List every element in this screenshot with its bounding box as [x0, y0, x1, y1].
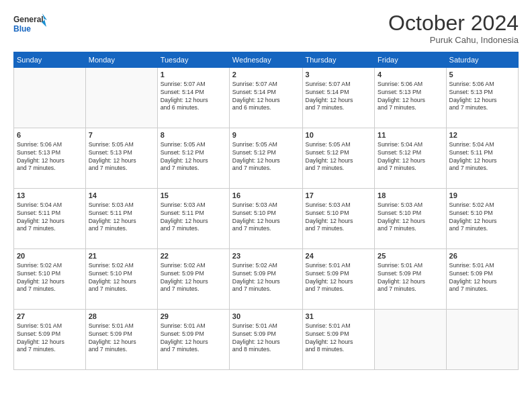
calendar-table: Sunday Monday Tuesday Wednesday Thursday… — [13, 52, 519, 370]
day-info: Sunrise: 5:01 AMSunset: 5:09 PMDaylight:… — [306, 322, 372, 355]
day-cell: 8Sunrise: 5:05 AMSunset: 5:12 PMDaylight… — [157, 128, 229, 189]
day-number: 17 — [306, 191, 372, 201]
day-number: 22 — [161, 251, 226, 261]
day-number: 14 — [89, 191, 154, 201]
day-number: 2 — [232, 70, 300, 80]
day-cell: 14Sunrise: 5:03 AMSunset: 5:11 PMDayligh… — [85, 189, 157, 249]
weekday-header-row: Sunday Monday Tuesday Wednesday Thursday… — [14, 52, 519, 68]
day-number: 18 — [378, 191, 443, 201]
header-wednesday: Wednesday — [229, 52, 302, 68]
day-info: Sunrise: 5:03 AMSunset: 5:10 PMDaylight:… — [232, 201, 300, 234]
day-info: Sunrise: 5:01 AMSunset: 5:09 PMDaylight:… — [232, 322, 300, 355]
day-cell: 30Sunrise: 5:01 AMSunset: 5:09 PMDayligh… — [229, 310, 302, 370]
day-cell: 31Sunrise: 5:01 AMSunset: 5:09 PMDayligh… — [302, 310, 375, 370]
day-cell: 2Sunrise: 5:07 AMSunset: 5:14 PMDaylight… — [229, 68, 302, 128]
day-cell — [446, 310, 518, 370]
day-cell: 3Sunrise: 5:07 AMSunset: 5:14 PMDaylight… — [302, 68, 375, 128]
day-info: Sunrise: 5:02 AMSunset: 5:09 PMDaylight:… — [161, 262, 226, 294]
day-number: 3 — [306, 70, 372, 80]
day-number: 11 — [378, 130, 443, 140]
day-cell — [85, 68, 157, 128]
day-cell: 21Sunrise: 5:02 AMSunset: 5:10 PMDayligh… — [85, 249, 157, 310]
logo: General Blue — [13, 12, 47, 36]
day-info: Sunrise: 5:02 AMSunset: 5:10 PMDaylight:… — [89, 262, 154, 294]
day-number: 23 — [232, 251, 300, 261]
day-number: 8 — [161, 130, 226, 140]
day-cell: 4Sunrise: 5:06 AMSunset: 5:13 PMDaylight… — [375, 68, 446, 128]
day-info: Sunrise: 5:04 AMSunset: 5:11 PMDaylight:… — [17, 201, 83, 234]
day-cell: 29Sunrise: 5:01 AMSunset: 5:09 PMDayligh… — [157, 310, 229, 370]
day-cell — [375, 310, 446, 370]
day-info: Sunrise: 5:03 AMSunset: 5:10 PMDaylight:… — [306, 201, 372, 234]
day-info: Sunrise: 5:03 AMSunset: 5:11 PMDaylight:… — [89, 201, 154, 234]
day-cell: 10Sunrise: 5:05 AMSunset: 5:12 PMDayligh… — [302, 128, 375, 189]
title-block: October 2024 Puruk Cahu, Indonesia — [388, 12, 519, 45]
page: General Blue October 2024 Puruk Cahu, In… — [0, 0, 532, 411]
day-number: 7 — [89, 130, 154, 140]
day-cell: 24Sunrise: 5:01 AMSunset: 5:09 PMDayligh… — [302, 249, 375, 310]
day-number: 20 — [17, 251, 83, 261]
day-info: Sunrise: 5:07 AMSunset: 5:14 PMDaylight:… — [232, 81, 300, 113]
logo-svg: General Blue — [13, 12, 47, 36]
day-info: Sunrise: 5:03 AMSunset: 5:11 PMDaylight:… — [161, 201, 226, 234]
day-cell: 18Sunrise: 5:03 AMSunset: 5:10 PMDayligh… — [375, 189, 446, 249]
week-row-4: 20Sunrise: 5:02 AMSunset: 5:10 PMDayligh… — [14, 249, 519, 310]
day-info: Sunrise: 5:06 AMSunset: 5:13 PMDaylight:… — [449, 81, 515, 113]
day-info: Sunrise: 5:06 AMSunset: 5:13 PMDaylight:… — [17, 141, 83, 173]
header-thursday: Thursday — [302, 52, 375, 68]
day-cell: 28Sunrise: 5:01 AMSunset: 5:09 PMDayligh… — [85, 310, 157, 370]
day-info: Sunrise: 5:02 AMSunset: 5:09 PMDaylight:… — [232, 262, 300, 294]
day-info: Sunrise: 5:02 AMSunset: 5:10 PMDaylight:… — [17, 262, 83, 294]
day-number: 28 — [89, 312, 154, 322]
day-number: 13 — [17, 191, 83, 201]
day-info: Sunrise: 5:07 AMSunset: 5:14 PMDaylight:… — [306, 81, 372, 113]
day-number: 24 — [306, 251, 372, 261]
week-row-5: 27Sunrise: 5:01 AMSunset: 5:09 PMDayligh… — [14, 310, 519, 370]
day-cell: 20Sunrise: 5:02 AMSunset: 5:10 PMDayligh… — [14, 249, 86, 310]
day-number: 29 — [161, 312, 226, 322]
day-number: 15 — [161, 191, 226, 201]
day-cell: 6Sunrise: 5:06 AMSunset: 5:13 PMDaylight… — [14, 128, 86, 189]
day-cell: 27Sunrise: 5:01 AMSunset: 5:09 PMDayligh… — [14, 310, 86, 370]
day-info: Sunrise: 5:01 AMSunset: 5:09 PMDaylight:… — [17, 322, 83, 355]
day-info: Sunrise: 5:04 AMSunset: 5:11 PMDaylight:… — [449, 141, 515, 173]
day-cell: 7Sunrise: 5:05 AMSunset: 5:13 PMDaylight… — [85, 128, 157, 189]
svg-text:General: General — [13, 15, 44, 24]
month-title: October 2024 — [388, 12, 519, 34]
day-cell: 17Sunrise: 5:03 AMSunset: 5:10 PMDayligh… — [302, 189, 375, 249]
day-number: 16 — [232, 191, 300, 201]
day-number: 26 — [449, 251, 515, 261]
header-monday: Monday — [85, 52, 157, 68]
day-cell: 12Sunrise: 5:04 AMSunset: 5:11 PMDayligh… — [446, 128, 518, 189]
header-tuesday: Tuesday — [157, 52, 229, 68]
header: General Blue October 2024 Puruk Cahu, In… — [13, 12, 519, 45]
day-number: 27 — [17, 312, 83, 322]
day-info: Sunrise: 5:05 AMSunset: 5:12 PMDaylight:… — [161, 141, 226, 173]
day-cell: 23Sunrise: 5:02 AMSunset: 5:09 PMDayligh… — [229, 249, 302, 310]
week-row-2: 6Sunrise: 5:06 AMSunset: 5:13 PMDaylight… — [14, 128, 519, 189]
day-number: 21 — [89, 251, 154, 261]
day-cell: 11Sunrise: 5:04 AMSunset: 5:12 PMDayligh… — [375, 128, 446, 189]
day-info: Sunrise: 5:06 AMSunset: 5:13 PMDaylight:… — [378, 81, 443, 113]
day-info: Sunrise: 5:05 AMSunset: 5:12 PMDaylight:… — [306, 141, 372, 173]
day-cell: 22Sunrise: 5:02 AMSunset: 5:09 PMDayligh… — [157, 249, 229, 310]
day-number: 10 — [306, 130, 372, 140]
day-cell — [14, 68, 86, 128]
day-number: 6 — [17, 130, 83, 140]
week-row-1: 1Sunrise: 5:07 AMSunset: 5:14 PMDaylight… — [14, 68, 519, 128]
day-number: 25 — [378, 251, 443, 261]
day-info: Sunrise: 5:07 AMSunset: 5:14 PMDaylight:… — [161, 81, 226, 113]
day-number: 31 — [306, 312, 372, 322]
day-info: Sunrise: 5:01 AMSunset: 5:09 PMDaylight:… — [89, 322, 154, 355]
day-cell: 1Sunrise: 5:07 AMSunset: 5:14 PMDaylight… — [157, 68, 229, 128]
day-info: Sunrise: 5:01 AMSunset: 5:09 PMDaylight:… — [306, 262, 372, 294]
day-number: 9 — [232, 130, 300, 140]
day-number: 12 — [449, 130, 515, 140]
day-info: Sunrise: 5:04 AMSunset: 5:12 PMDaylight:… — [378, 141, 443, 173]
svg-text:Blue: Blue — [13, 24, 31, 34]
day-info: Sunrise: 5:01 AMSunset: 5:09 PMDaylight:… — [161, 322, 226, 355]
header-sunday: Sunday — [14, 52, 86, 68]
day-number: 5 — [449, 70, 515, 80]
day-cell: 9Sunrise: 5:05 AMSunset: 5:12 PMDaylight… — [229, 128, 302, 189]
day-cell: 19Sunrise: 5:02 AMSunset: 5:10 PMDayligh… — [446, 189, 518, 249]
